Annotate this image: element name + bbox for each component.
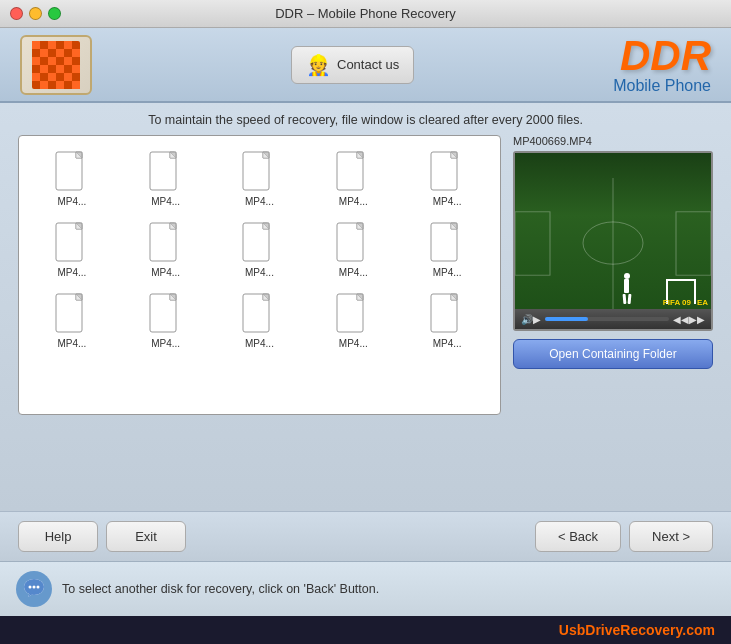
status-icon [16, 571, 52, 607]
svg-rect-14 [48, 73, 56, 81]
svg-point-74 [33, 586, 36, 589]
file-icon [335, 292, 371, 336]
minimize-button[interactable] [29, 7, 42, 20]
file-label: MP4... [339, 338, 368, 349]
file-item[interactable]: MP4... [215, 286, 305, 353]
file-item[interactable]: MP4... [121, 286, 211, 353]
file-icon [148, 292, 184, 336]
svg-point-73 [29, 586, 32, 589]
file-icon [241, 221, 277, 265]
file-label: MP4... [339, 196, 368, 207]
bottom-nav: Help Exit < Back Next > [0, 511, 731, 561]
file-item[interactable]: MP4... [121, 144, 211, 211]
file-item[interactable]: MP4... [27, 286, 117, 353]
svg-rect-17 [56, 81, 64, 89]
file-icon [241, 292, 277, 336]
file-preview-container: MP4... MP4... MP4... MP4... MP4... MP4.. [18, 135, 713, 415]
next-frame-icon[interactable]: ▶▶ [689, 314, 705, 325]
close-button[interactable] [10, 7, 23, 20]
branding: DDR Mobile Phone [613, 35, 711, 95]
progress-bar [545, 317, 669, 321]
file-label: MP4... [433, 196, 462, 207]
svg-rect-18 [72, 81, 80, 89]
file-item[interactable]: MP4... [27, 144, 117, 211]
svg-rect-10 [40, 65, 48, 73]
file-label: MP4... [245, 196, 274, 207]
window-title: DDR – Mobile Phone Recovery [275, 6, 456, 21]
file-item[interactable]: MP4... [402, 215, 492, 282]
file-icon [54, 150, 90, 194]
svg-rect-13 [32, 73, 40, 81]
info-bar: To maintain the speed of recovery, file … [18, 113, 713, 127]
nav-right: < Back Next > [535, 521, 713, 552]
file-icon [148, 221, 184, 265]
play-button[interactable]: ▶ [533, 314, 541, 325]
prev-frame-icon[interactable]: ◀◀ [673, 314, 689, 325]
fifa-logo: FIFA 09 [663, 298, 691, 307]
help-button[interactable]: Help [18, 521, 98, 552]
file-icon [429, 292, 465, 336]
file-item[interactable]: MP4... [215, 144, 305, 211]
volume-icon[interactable]: 🔊 [521, 314, 533, 325]
next-button[interactable]: Next > [629, 521, 713, 552]
video-controls[interactable]: 🔊 ▶ ◀◀ ▶▶ [515, 309, 711, 329]
svg-rect-68 [676, 212, 711, 275]
file-label: MP4... [433, 267, 462, 278]
file-grid-panel[interactable]: MP4... MP4... MP4... MP4... MP4... MP4.. [18, 135, 501, 415]
file-icon [241, 150, 277, 194]
svg-rect-12 [72, 65, 80, 73]
window-controls[interactable] [10, 7, 61, 20]
file-label: MP4... [245, 338, 274, 349]
file-icon [335, 221, 371, 265]
ea-logo: EA [697, 298, 708, 307]
file-label: MP4... [151, 196, 180, 207]
file-item[interactable]: MP4... [308, 286, 398, 353]
file-label: MP4... [151, 338, 180, 349]
status-message: To select another disk for recovery, cli… [62, 582, 379, 596]
preview-panel: MP400669.MP4 [513, 135, 713, 415]
file-item[interactable]: MP4... [308, 215, 398, 282]
nav-left: Help Exit [18, 521, 186, 552]
status-bar: To select another disk for recovery, cli… [0, 561, 731, 616]
svg-point-75 [37, 586, 40, 589]
progress-fill [545, 317, 588, 321]
ddr-subtitle: Mobile Phone [613, 77, 711, 95]
file-label: MP4... [57, 267, 86, 278]
ddr-title: DDR [613, 35, 711, 77]
exit-button[interactable]: Exit [106, 521, 186, 552]
maximize-button[interactable] [48, 7, 61, 20]
footer: UsbDriveRecovery.com [0, 616, 731, 644]
file-item[interactable]: MP4... [27, 215, 117, 282]
file-grid: MP4... MP4... MP4... MP4... MP4... MP4.. [27, 144, 492, 353]
contact-label: Contact us [337, 57, 399, 72]
svg-rect-7 [32, 57, 40, 65]
svg-rect-9 [64, 57, 72, 65]
footer-brand: UsbDriveRecovery.com [559, 622, 715, 638]
file-item[interactable]: MP4... [121, 215, 211, 282]
app-logo [20, 35, 92, 95]
svg-rect-11 [56, 65, 64, 73]
svg-rect-15 [64, 73, 72, 81]
video-preview: EA FIFA 09 🔊 ▶ ◀◀ ▶▶ [513, 151, 713, 331]
svg-rect-5 [56, 49, 64, 57]
file-item[interactable]: MP4... [402, 144, 492, 211]
open-folder-button[interactable]: Open Containing Folder [513, 339, 713, 369]
file-icon [429, 150, 465, 194]
svg-rect-8 [48, 57, 56, 65]
player-silhouette [623, 273, 631, 304]
header: 👷 Contact us DDR Mobile Phone [0, 28, 731, 103]
main-content: To maintain the speed of recovery, file … [0, 103, 731, 511]
file-item[interactable]: MP4... [308, 144, 398, 211]
file-label: MP4... [245, 267, 274, 278]
info-text: To maintain the speed of recovery, file … [148, 113, 583, 127]
file-icon [429, 221, 465, 265]
file-label: MP4... [57, 338, 86, 349]
svg-rect-1 [32, 41, 40, 49]
file-icon [148, 150, 184, 194]
file-item[interactable]: MP4... [215, 215, 305, 282]
back-button[interactable]: < Back [535, 521, 621, 552]
svg-rect-67 [515, 212, 550, 275]
footer-text: UsbDriveRecovery.com [559, 622, 715, 638]
file-item[interactable]: MP4... [402, 286, 492, 353]
contact-button[interactable]: 👷 Contact us [291, 46, 414, 84]
